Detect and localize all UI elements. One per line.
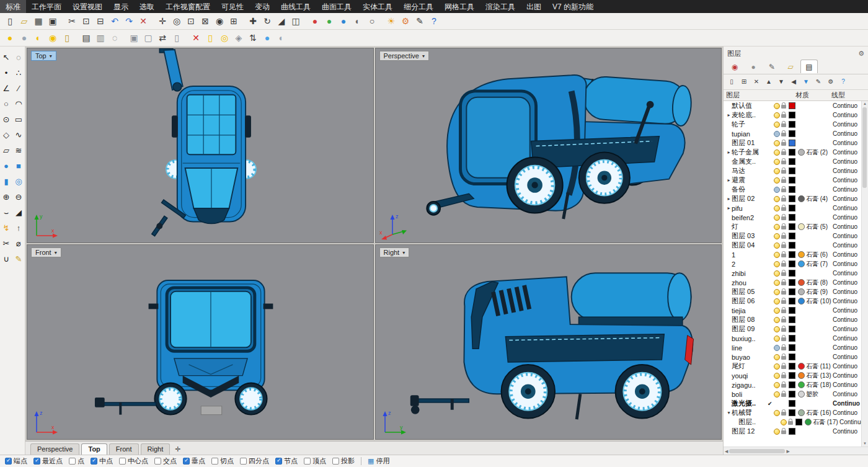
- osnap-disable-toggle[interactable]: ▦ 停用: [368, 456, 389, 466]
- paste[interactable]: ⊟: [94, 14, 107, 28]
- copy-clipboard[interactable]: ⊡: [79, 14, 93, 28]
- layer-color-swatch[interactable]: [789, 354, 795, 360]
- layer-visibility-bulb[interactable]: [773, 215, 780, 221]
- layer-lock[interactable]: [780, 103, 787, 109]
- layer-material[interactable]: 石膏 (7): [798, 260, 833, 269]
- layer-color-swatch[interactable]: [789, 363, 795, 370]
- fillet-tool[interactable]: ⌣: [1, 207, 12, 218]
- layer-row[interactable]: 默认值: [724, 101, 862, 110]
- layer-linetype[interactable]: Continuo: [833, 400, 862, 407]
- rectangle-tool[interactable]: ▭: [13, 113, 25, 125]
- layer-color-swatch[interactable]: [789, 307, 795, 314]
- viewport-right[interactable]: Right ▾ z y: [375, 244, 722, 440]
- layer-linetype[interactable]: Continuo: [833, 381, 862, 388]
- layer-row[interactable]: line: [724, 343, 862, 352]
- osnap-toggle[interactable]: 端点: [5, 456, 27, 466]
- script-editor[interactable]: ✎: [413, 14, 427, 28]
- layer-linetype[interactable]: Continuo: [833, 316, 862, 323]
- layer-linetype[interactable]: Continuo: [833, 186, 862, 193]
- column-header-linetype[interactable]: 线型: [831, 91, 868, 100]
- layer-row[interactable]: 图层 03: [724, 231, 862, 241]
- layer-row[interactable]: 图层 12: [724, 427, 862, 436]
- layer-lock[interactable]: [780, 354, 787, 360]
- layer-visibility-bulb[interactable]: [773, 224, 780, 230]
- checkbox[interactable]: [275, 458, 282, 465]
- open-file[interactable]: ▱: [17, 14, 31, 28]
- layer-lock[interactable]: [780, 298, 787, 304]
- menu-item[interactable]: 工作平面: [26, 0, 67, 13]
- menu-item[interactable]: 标准: [0, 0, 26, 13]
- checkbox[interactable]: [69, 458, 76, 465]
- boolean-union-tool[interactable]: ⊕: [1, 191, 12, 203]
- swap-locked[interactable]: ⇄: [156, 31, 169, 45]
- separator[interactable]: [303, 14, 308, 28]
- layer-material[interactable]: 石膏 (13): [798, 371, 833, 380]
- surface-tool[interactable]: ▱: [1, 145, 12, 156]
- lamp-dim[interactable]: ◐: [275, 31, 288, 45]
- vertical-scrollbar[interactable]: ▲ ▼: [861, 101, 868, 447]
- layer-visibility-bulb[interactable]: [773, 317, 780, 323]
- layer-color-swatch[interactable]: [789, 214, 795, 221]
- layer-linetype[interactable]: Continuo: [833, 140, 862, 146]
- wireframe-display[interactable]: ○: [365, 14, 379, 28]
- swap-hidden[interactable]: ⇅: [246, 31, 260, 45]
- layer-color-swatch[interactable]: [789, 391, 795, 398]
- layer-color-swatch[interactable]: [789, 112, 795, 118]
- properties-tab[interactable]: ◉: [726, 60, 743, 73]
- layer-row[interactable]: buyao: [724, 352, 862, 362]
- layer-row[interactable]: 2 石膏 (7): [724, 259, 862, 269]
- menu-item[interactable]: V7 的新功能: [547, 0, 599, 13]
- layer-tools[interactable]: ✎: [813, 77, 824, 87]
- layer-row[interactable]: zhibi: [724, 269, 862, 278]
- layer-linetype[interactable]: Continuo: [833, 270, 862, 277]
- layer-linetype[interactable]: Continuo: [833, 167, 862, 174]
- display-tab[interactable]: ●: [745, 60, 762, 73]
- layer-linetype[interactable]: Continuo: [833, 195, 862, 202]
- layer-lock[interactable]: [780, 270, 787, 276]
- layer-material[interactable]: 石膏 (2): [798, 148, 833, 157]
- separator[interactable]: [60, 14, 64, 28]
- layer-visibility-bulb[interactable]: [773, 233, 780, 239]
- settings[interactable]: ⚙: [825, 77, 836, 87]
- osnap-toggle[interactable]: 垂点: [183, 456, 205, 466]
- layer-color-swatch[interactable]: [789, 158, 795, 165]
- layer-color-swatch[interactable]: [789, 372, 795, 379]
- layer-row[interactable]: 图层 09: [724, 324, 862, 334]
- layer-row[interactable]: ▸ 麦轮底..: [724, 110, 862, 120]
- box-tool[interactable]: ■: [13, 160, 25, 172]
- layer-visibility-bulb[interactable]: [780, 419, 787, 425]
- checkbox[interactable]: [5, 458, 12, 465]
- new-sublayer[interactable]: ⊞: [738, 77, 750, 87]
- menu-item[interactable]: 工作视窗配置: [160, 0, 216, 13]
- column-header-material[interactable]: 材质: [795, 91, 831, 100]
- layer-visibility-bulb[interactable]: [773, 252, 780, 258]
- polygon-tool[interactable]: ◇: [1, 129, 12, 141]
- layer-material[interactable]: 石膏 (10): [798, 297, 833, 306]
- separator[interactable]: [184, 31, 188, 45]
- separator[interactable]: [151, 14, 155, 28]
- layer-lock[interactable]: [780, 242, 787, 248]
- menu-item[interactable]: 设置视图: [67, 0, 108, 13]
- scroll-down-button[interactable]: ▼: [862, 441, 868, 447]
- layer-linetype[interactable]: Continuo: [833, 344, 862, 351]
- layer-linetype[interactable]: Continuo: [833, 363, 862, 370]
- layer-lock[interactable]: [787, 419, 794, 425]
- layer-color-swatch[interactable]: [789, 223, 795, 230]
- viewport-tab[interactable]: Top: [81, 443, 107, 455]
- lock-objects[interactable]: ▣: [127, 31, 141, 45]
- layer-visibility-bulb[interactable]: [773, 261, 780, 267]
- layer-lock[interactable]: [780, 131, 787, 136]
- separator[interactable]: [122, 31, 126, 45]
- light-objects[interactable]: ◉: [46, 31, 60, 45]
- layer-visibility-bulb[interactable]: [773, 122, 780, 128]
- layer-row[interactable]: ▾ 机械臂 石膏 (16): [724, 408, 862, 417]
- undo[interactable]: ↶: [108, 14, 122, 28]
- separator[interactable]: [241, 14, 246, 28]
- viewport-perspective[interactable]: Perspective ▾ z x: [375, 48, 722, 243]
- curve-boolean-tool[interactable]: ↯: [1, 222, 12, 234]
- arc-tool[interactable]: ◠: [13, 98, 25, 110]
- layer-lock[interactable]: [780, 122, 787, 127]
- layer-visibility-bulb[interactable]: [773, 159, 780, 165]
- layer-linetype[interactable]: Continuo: [833, 288, 862, 295]
- join-tool[interactable]: ∪: [1, 253, 12, 265]
